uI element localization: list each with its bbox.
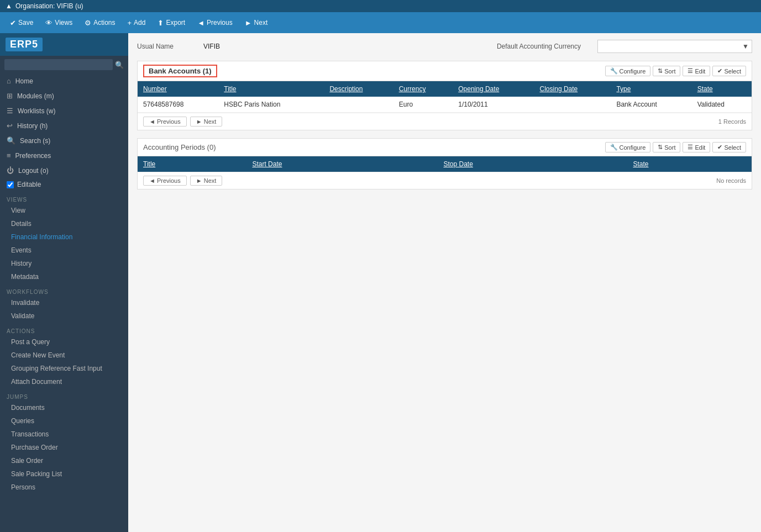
sidebar-item-preferences[interactable]: ≡ Preferences <box>0 148 128 163</box>
accounting-periods-select-btn[interactable]: ✔ Select <box>712 142 746 152</box>
accounting-periods-next-btn[interactable]: ► Next <box>190 176 223 186</box>
actions-icon: ⚙ <box>85 19 91 27</box>
col-title[interactable]: Title <box>218 81 324 97</box>
accounting-periods-pag-btns: ◄ Previous ► Next <box>143 176 222 186</box>
bank-accounts-tbody: 57648587698 HSBC Paris Nation Euro 1/10/… <box>138 97 752 113</box>
cell-description <box>324 97 393 113</box>
editable-checkbox[interactable] <box>7 181 14 188</box>
sidebar-section-workflows-header: WORKFLOWS <box>0 286 128 296</box>
col-currency[interactable]: Currency <box>393 81 453 97</box>
accounting-periods-sort-btn[interactable]: ⇅ Sort <box>653 142 680 152</box>
sidebar-item-sale-packing-list[interactable]: Sale Packing List <box>0 467 128 481</box>
previous-button[interactable]: ◄ Previous <box>192 17 238 29</box>
sidebar-item-persons[interactable]: Persons <box>0 481 128 494</box>
accounting-periods-actions: 🔧 Configure ⇅ Sort ☰ Edit ✔ Select <box>605 142 746 152</box>
sidebar-item-financial-information[interactable]: Financial Information <box>0 230 128 244</box>
sort-icon: ⇅ <box>658 67 663 75</box>
sidebar-item-history-view[interactable]: History <box>0 257 128 270</box>
sidebar-item-sale-order[interactable]: Sale Order <box>0 454 128 467</box>
accounting-periods-no-records: No records <box>716 177 746 184</box>
configure-icon-2: 🔧 <box>610 144 618 151</box>
sidebar-item-post-query[interactable]: Post a Query <box>0 335 128 349</box>
col-number[interactable]: Number <box>138 81 218 97</box>
sidebar-item-logout[interactable]: ⏻ Logout (o) <box>0 163 128 178</box>
sidebar-section-jumps-header: JUMPS <box>0 391 128 401</box>
cell-currency: Euro <box>393 97 453 113</box>
sidebar-item-transactions[interactable]: Transactions <box>0 428 128 441</box>
previous-icon: ◄ <box>197 19 204 27</box>
editable-checkbox-item: Editable <box>0 178 128 191</box>
sidebar-item-home[interactable]: ⌂ Home <box>0 73 128 88</box>
sidebar-item-attach-document[interactable]: Attach Document <box>0 375 128 388</box>
content-area: Usual Name VIFIB Default Accounting Curr… <box>128 33 761 532</box>
sidebar-section-views-header: VIEWS <box>0 193 128 204</box>
sidebar-item-details[interactable]: Details <box>0 217 128 230</box>
export-button[interactable]: ⬆ Export <box>152 17 191 29</box>
search-input[interactable] <box>4 59 113 70</box>
bank-accounts-actions: 🔧 Configure ⇅ Sort ☰ Edit ✔ Select <box>605 66 746 76</box>
bank-accounts-title: Bank Accounts (1) <box>143 65 217 77</box>
table-row: 57648587698 HSBC Paris Nation Euro 1/10/… <box>138 97 752 113</box>
sidebar-item-events[interactable]: Events <box>0 244 128 257</box>
bank-accounts-records-count: 1 Records <box>718 118 746 125</box>
views-button[interactable]: 👁 Views <box>40 17 78 29</box>
accounting-periods-table: Title Start Date Stop Date State <box>138 156 752 172</box>
sidebar-item-worklists[interactable]: ☰ Worklists (w) <box>0 103 128 118</box>
col-closing-date[interactable]: Closing Date <box>534 81 611 97</box>
ap-col-start-date[interactable]: Start Date <box>246 156 438 172</box>
sidebar-item-validate[interactable]: Validate <box>0 309 128 323</box>
sidebar-item-queries[interactable]: Queries <box>0 414 128 428</box>
bank-accounts-prev-btn[interactable]: ◄ Previous <box>143 117 187 127</box>
ap-col-state[interactable]: State <box>627 156 752 172</box>
accounting-periods-prev-btn[interactable]: ◄ Previous <box>143 176 187 186</box>
sidebar-item-metadata[interactable]: Metadata <box>0 270 128 283</box>
sidebar-item-search[interactable]: 🔍 Search (s) <box>0 133 128 148</box>
edit-icon-2: ☰ <box>687 144 693 151</box>
sidebar-item-grouping-reference[interactable]: Grouping Reference Fast Input <box>0 362 128 375</box>
col-description[interactable]: Description <box>324 81 393 97</box>
erp5-logo: ERP5 <box>6 38 43 51</box>
default-accounting-currency-select[interactable] <box>597 40 752 53</box>
sidebar-item-history[interactable]: ↩ History (h) <box>0 118 128 133</box>
next-button[interactable]: ► Next <box>239 17 274 29</box>
bank-accounts-next-btn[interactable]: ► Next <box>190 117 223 127</box>
sidebar-item-view[interactable]: View <box>0 204 128 217</box>
sidebar-item-invalidate[interactable]: Invalidate <box>0 296 128 309</box>
worklists-icon: ☰ <box>7 107 13 115</box>
ap-col-title[interactable]: Title <box>138 156 246 172</box>
sidebar-search-area: 🔍 <box>0 56 128 73</box>
bank-accounts-pagination: ◄ Previous ► Next 1 Records <box>138 113 752 130</box>
col-type[interactable]: Type <box>611 81 691 97</box>
add-icon: + <box>128 19 132 27</box>
accounting-periods-edit-btn[interactable]: ☰ Edit <box>683 142 710 152</box>
search-nav-icon: 🔍 <box>7 136 15 145</box>
views-icon: 👁 <box>45 19 53 27</box>
accounting-periods-section: Accounting Periods (0) 🔧 Configure ⇅ Sor… <box>137 138 752 189</box>
sort-icon-2: ⇅ <box>658 144 663 151</box>
accounting-periods-header: Accounting Periods (0) 🔧 Configure ⇅ Sor… <box>138 139 752 156</box>
bank-accounts-select-btn[interactable]: ✔ Select <box>712 66 746 76</box>
bank-accounts-section: Bank Accounts (1) 🔧 Configure ⇅ Sort ☰ E… <box>137 61 752 130</box>
ap-col-stop-date[interactable]: Stop Date <box>438 156 627 172</box>
sidebar-item-purchase-order[interactable]: Purchase Order <box>0 441 128 454</box>
sidebar-item-create-new-event[interactable]: Create New Event <box>0 349 128 362</box>
bank-accounts-thead: Number Title Description Currency Openin… <box>138 81 752 97</box>
top-bar: ▲ Organisation: VIFIB (u) <box>0 0 761 12</box>
col-state[interactable]: State <box>692 81 752 97</box>
accounting-periods-configure-btn[interactable]: 🔧 Configure <box>605 142 651 152</box>
col-opening-date[interactable]: Opening Date <box>453 81 534 97</box>
actions-button[interactable]: ⚙ Actions <box>79 17 120 29</box>
sidebar-item-documents[interactable]: Documents <box>0 401 128 414</box>
bank-accounts-configure-btn[interactable]: 🔧 Configure <box>605 66 651 76</box>
bank-accounts-edit-btn[interactable]: ☰ Edit <box>683 66 710 76</box>
search-button[interactable]: 🔍 <box>115 61 124 69</box>
sidebar-item-modules[interactable]: ⊞ Modules (m) <box>0 88 128 103</box>
bank-accounts-sort-btn[interactable]: ⇅ Sort <box>653 66 680 76</box>
add-button[interactable]: + Add <box>122 17 151 29</box>
export-icon: ⬆ <box>158 19 164 27</box>
accounting-periods-thead: Title Start Date Stop Date State <box>138 156 752 172</box>
toolbar: ✔ Save 👁 Views ⚙ Actions + Add ⬆ Export … <box>0 12 761 33</box>
save-button[interactable]: ✔ Save <box>4 17 39 29</box>
preferences-icon: ≡ <box>7 151 11 160</box>
modules-icon: ⊞ <box>7 92 13 100</box>
